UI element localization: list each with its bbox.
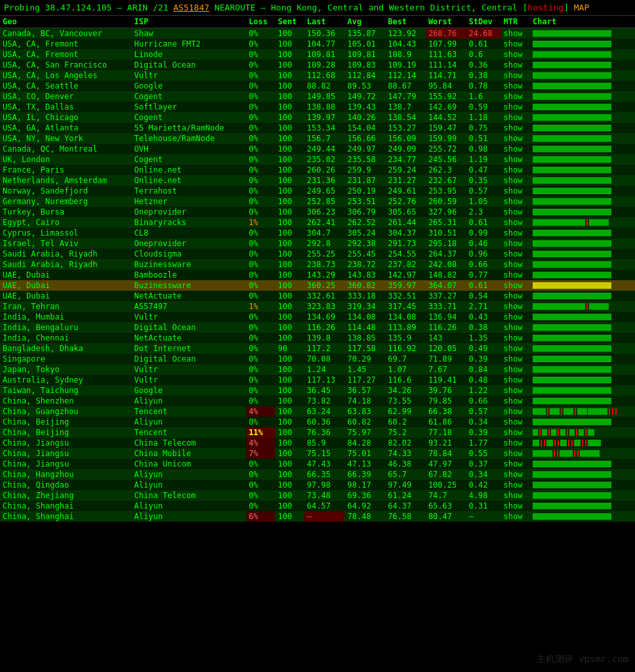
cell-mtr[interactable]: show <box>501 39 530 49</box>
cell-mtr[interactable]: show <box>501 396 530 406</box>
cell-mtr[interactable]: show <box>501 175 530 186</box>
table-row: India, ChennaiNetActuate0%100139.8138.85… <box>0 333 635 343</box>
cell-mtr[interactable]: show <box>501 228 530 238</box>
cell-mtr[interactable]: show <box>501 123 530 133</box>
cell-chart <box>530 459 635 469</box>
cell-loss: 0% <box>246 81 275 91</box>
cell-loss: 7% <box>246 448 275 459</box>
cell-mtr[interactable]: show <box>501 490 530 501</box>
cell-mtr[interactable]: show <box>501 385 530 396</box>
cell-mtr[interactable]: show <box>501 322 530 333</box>
cell-mtr[interactable]: show <box>501 249 530 259</box>
cell-sent: 100 <box>275 154 304 165</box>
cell-avg: 134.08 <box>344 312 385 322</box>
cell-stdev: 0.75 <box>466 123 501 133</box>
chart-visual <box>533 219 632 226</box>
cell-mtr[interactable]: show <box>501 343 530 354</box>
cell-mtr[interactable]: show <box>501 102 530 112</box>
cell-avg: 139.43 <box>344 102 385 112</box>
table-row: China, ShanghaiAliyun0%10064.5764.9264.3… <box>0 501 635 511</box>
cell-mtr[interactable]: show <box>501 480 530 490</box>
cell-mtr[interactable]: show <box>501 133 530 144</box>
chart-visual <box>533 429 632 436</box>
chart-visual <box>533 440 632 446</box>
cell-mtr[interactable]: show <box>501 28 530 39</box>
cell-loss: 4% <box>246 406 275 417</box>
cell-mtr[interactable]: show <box>501 60 530 70</box>
cell-mtr[interactable]: show <box>501 417 530 427</box>
cell-isp: Aliyun <box>132 501 247 511</box>
cell-last: 60.36 <box>304 417 345 427</box>
chart-visual <box>533 167 632 173</box>
cell-avg: 69.36 <box>344 490 385 501</box>
cell-chart <box>530 81 635 91</box>
cell-mtr[interactable]: show <box>501 186 530 196</box>
cell-loss: 0% <box>246 249 275 259</box>
cell-mtr[interactable]: show <box>501 165 530 175</box>
cell-stdev: 0.43 <box>466 312 501 322</box>
cell-best: 305.65 <box>385 207 426 217</box>
table-row: USA, CO, DenverCogent0%100149.85149.7214… <box>0 91 635 102</box>
cell-worst: 333.71 <box>426 301 466 312</box>
cell-mtr[interactable]: show <box>501 154 530 165</box>
cell-mtr[interactable]: show <box>501 280 530 291</box>
cell-chart <box>530 217 635 228</box>
cell-mtr[interactable]: show <box>501 112 530 123</box>
cell-mtr[interactable]: show <box>501 70 530 81</box>
cell-geo: USA, CA, Fremont <box>0 49 132 60</box>
cell-mtr[interactable]: show <box>501 196 530 207</box>
cell-avg: 138.85 <box>344 333 385 343</box>
cell-mtr[interactable]: show <box>501 406 530 417</box>
cell-loss: 0% <box>246 112 275 123</box>
cell-geo: India, Bengaluru <box>0 322 132 333</box>
cell-last: 1.24 <box>304 364 345 375</box>
cell-loss: 1% <box>246 217 275 228</box>
cell-geo: Israel, Tel Aviv <box>0 238 132 249</box>
cell-mtr[interactable]: show <box>501 291 530 301</box>
cell-mtr[interactable]: show <box>501 469 530 480</box>
cell-mtr[interactable]: show <box>501 511 530 522</box>
cell-mtr[interactable]: show <box>501 438 530 448</box>
cell-sent: 100 <box>275 49 304 60</box>
cell-avg: 74.18 <box>344 396 385 406</box>
as-link[interactable]: AS51847 <box>173 3 209 12</box>
cell-sent: 100 <box>275 217 304 228</box>
cell-avg: 149.72 <box>344 91 385 102</box>
cell-mtr[interactable]: show <box>501 501 530 511</box>
cell-avg: 75.97 <box>344 427 385 438</box>
table-row: India, BengaluruDigital Ocean0%100116.26… <box>0 322 635 333</box>
table-row: USA, GA, Atlanta55 Marietta/RamNode0%100… <box>0 123 635 133</box>
cell-mtr[interactable]: show <box>501 217 530 228</box>
cell-best: 135.9 <box>385 333 426 343</box>
cell-isp: China Mobile <box>132 448 247 459</box>
cell-worst: 7.67 <box>426 364 466 375</box>
cell-sent: 100 <box>275 396 304 406</box>
cell-mtr[interactable]: show <box>501 427 530 438</box>
cell-mtr[interactable]: show <box>501 354 530 364</box>
cell-mtr[interactable]: show <box>501 207 530 217</box>
cell-mtr[interactable]: show <box>501 238 530 249</box>
cell-geo: Australia, Sydney <box>0 375 132 385</box>
table-row: Egypt, CairoBinaryracks1%100262.41262.52… <box>0 217 635 228</box>
cell-mtr[interactable]: show <box>501 144 530 154</box>
cell-mtr[interactable]: show <box>501 81 530 91</box>
cell-mtr[interactable]: show <box>501 259 530 270</box>
cell-mtr[interactable]: show <box>501 49 530 60</box>
cell-chart <box>530 49 635 60</box>
cell-mtr[interactable]: show <box>501 312 530 322</box>
cell-mtr[interactable]: show <box>501 459 530 469</box>
cell-geo: China, Shanghai <box>0 501 132 511</box>
cell-stdev: 0.48 <box>466 375 501 385</box>
table-row: Norway, SandefjordTerrahost0%100249.6525… <box>0 186 635 196</box>
cell-mtr[interactable]: show <box>501 375 530 385</box>
cell-best: 60.2 <box>385 417 426 427</box>
cell-last: 66.35 <box>304 469 345 480</box>
cell-mtr[interactable]: show <box>501 333 530 343</box>
cell-chart <box>530 511 635 522</box>
cell-mtr[interactable]: show <box>501 364 530 375</box>
cell-mtr[interactable]: show <box>501 270 530 280</box>
col-chart: Chart <box>530 16 635 28</box>
cell-mtr[interactable]: show <box>501 448 530 459</box>
cell-mtr[interactable]: show <box>501 301 530 312</box>
cell-mtr[interactable]: show <box>501 91 530 102</box>
